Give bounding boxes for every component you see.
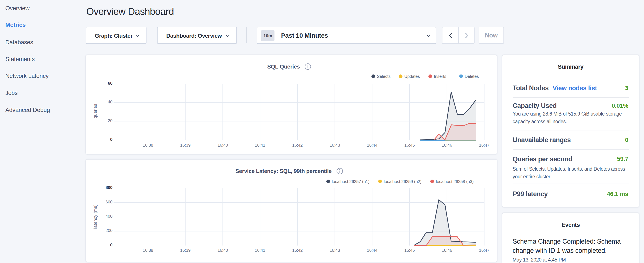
svg-text:20: 20: [108, 118, 112, 123]
svg-text:16:39: 16:39: [180, 248, 190, 252]
svg-text:16:47: 16:47: [479, 248, 490, 252]
svg-text:16:41: 16:41: [255, 143, 265, 147]
svg-text:16:45: 16:45: [404, 143, 415, 147]
svg-text:16:43: 16:43: [330, 143, 340, 147]
svg-text:16:38: 16:38: [143, 248, 153, 252]
svg-text:400: 400: [106, 214, 112, 218]
svg-text:16:46: 16:46: [442, 143, 452, 147]
svg-text:16:43: 16:43: [330, 248, 340, 252]
svg-text:16:42: 16:42: [292, 143, 302, 147]
svg-text:16:40: 16:40: [218, 248, 228, 252]
svg-text:latency (ms): latency (ms): [93, 204, 98, 229]
svg-text:0: 0: [110, 137, 112, 142]
svg-text:16:45: 16:45: [404, 248, 415, 252]
svg-text:16:42: 16:42: [292, 248, 302, 252]
svg-text:200: 200: [106, 228, 112, 233]
svg-text:16:41: 16:41: [255, 248, 265, 252]
svg-text:60: 60: [108, 81, 112, 86]
svg-text:queries: queries: [93, 104, 98, 119]
svg-text:16:40: 16:40: [218, 143, 228, 147]
svg-text:16:44: 16:44: [367, 248, 378, 252]
svg-text:0: 0: [110, 242, 112, 247]
svg-text:800: 800: [106, 185, 112, 190]
svg-text:600: 600: [106, 200, 112, 204]
svg-text:16:44: 16:44: [367, 143, 378, 147]
svg-text:16:47: 16:47: [479, 143, 490, 147]
svg-text:40: 40: [108, 100, 112, 104]
svg-text:16:46: 16:46: [442, 248, 452, 252]
svg-text:16:39: 16:39: [180, 143, 190, 147]
svg-text:16:38: 16:38: [143, 143, 153, 147]
